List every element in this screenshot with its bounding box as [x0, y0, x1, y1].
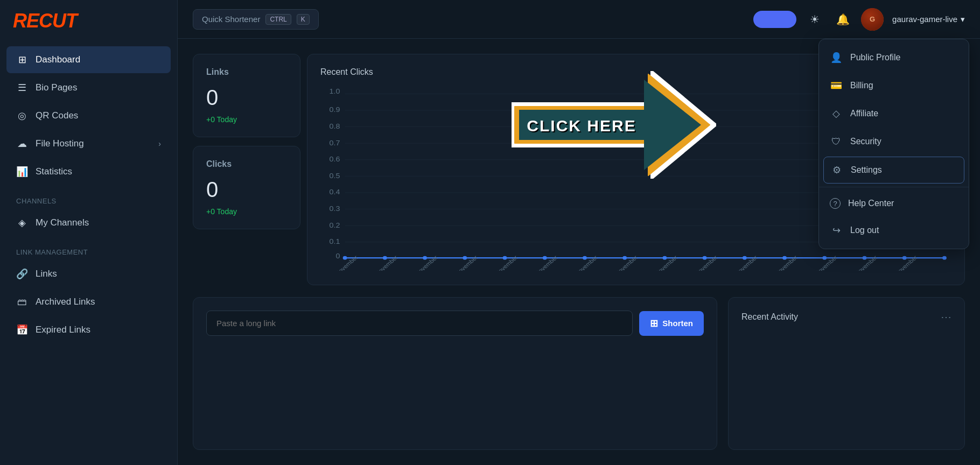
menu-item-settings[interactable]: ⚙ Settings — [823, 157, 964, 184]
svg-text:0.6: 0.6 — [330, 156, 340, 163]
svg-text:0.2: 0.2 — [330, 221, 340, 229]
upgrade-button[interactable] — [753, 11, 796, 28]
paste-link-input[interactable] — [206, 311, 633, 336]
sidebar-item-links[interactable]: 🔗 Links — [6, 260, 171, 287]
channels-icon: ◈ — [16, 217, 28, 229]
sidebar-item-bio-pages[interactable]: ☰ Bio Pages — [6, 74, 171, 101]
menu-item-label: Help Center — [848, 199, 894, 208]
links-value: 0 — [206, 86, 287, 110]
menu-item-billing[interactable]: 💳 Billing — [819, 72, 969, 100]
svg-point-23 — [383, 256, 387, 260]
svg-point-33 — [782, 256, 787, 260]
dashboard-icon: ⊞ — [16, 54, 28, 66]
activity-card: Recent Activity ⋯ — [728, 297, 965, 450]
clicks-card: Clicks 0 +0 Today — [193, 146, 300, 229]
svg-point-27 — [543, 256, 547, 260]
svg-point-28 — [583, 256, 587, 260]
sidebar-item-label: QR Codes — [36, 110, 78, 121]
clicks-today: +0 Today — [206, 207, 287, 216]
sidebar-item-qr-codes[interactable]: ◎ QR Codes — [6, 102, 171, 129]
menu-item-label: Settings — [851, 165, 882, 175]
shortener-card: ⊞ Shorten — [193, 297, 717, 450]
sidebar-item-label: My Channels — [36, 217, 89, 228]
sidebar-item-file-hosting[interactable]: ☁ File Hosting › — [6, 130, 171, 157]
user-dropdown-menu: 👤 Public Profile 💳 Billing ◇ Affiliate 🛡… — [818, 39, 969, 249]
svg-text:0: 0 — [335, 252, 340, 260]
link-management-section-label: Link Management — [6, 237, 171, 260]
logo: RECUT — [0, 0, 177, 42]
menu-item-label: Public Profile — [850, 53, 900, 62]
links-card-title: Links — [206, 67, 287, 77]
k-key: K — [297, 14, 310, 25]
notifications-icon[interactable]: 🔔 — [833, 10, 852, 29]
menu-item-label: Billing — [850, 81, 873, 90]
menu-item-security[interactable]: 🛡 Security — [819, 128, 969, 156]
activity-title: Recent Activity — [741, 312, 798, 322]
user-chevron-icon: ▾ — [961, 15, 965, 24]
security-icon: 🛡 — [830, 135, 843, 148]
svg-text:0.1: 0.1 — [330, 238, 340, 245]
sidebar-item-label: Links — [36, 269, 57, 279]
sidebar-item-label: Archived Links — [36, 297, 95, 307]
sidebar: RECUT ⊞ Dashboard ☰ Bio Pages ◎ QR Codes… — [0, 0, 178, 465]
svg-text:0.8: 0.8 — [330, 123, 340, 130]
svg-point-36 — [902, 256, 907, 260]
menu-item-label: Security — [850, 137, 881, 146]
stats-column: Links 0 +0 Today Clicks 0 +0 Today — [193, 54, 300, 229]
quick-shortener[interactable]: Quick Shortener CTRL K — [193, 9, 319, 30]
sidebar-item-archived-links[interactable]: 🗃 Archived Links — [6, 288, 171, 315]
sidebar-item-dashboard[interactable]: ⊞ Dashboard — [6, 46, 171, 73]
svg-point-22 — [343, 256, 347, 260]
menu-item-label: Log out — [850, 226, 879, 235]
expired-links-icon: 📅 — [16, 324, 28, 336]
sidebar-nav: ⊞ Dashboard ☰ Bio Pages ◎ QR Codes ☁ Fil… — [0, 42, 177, 465]
chevron-down-icon: › — [158, 139, 161, 148]
topbar: Quick Shortener CTRL K ☀ 🔔 G gaurav-game… — [178, 0, 980, 39]
sidebar-item-label: Bio Pages — [36, 82, 78, 93]
qr-codes-icon: ◎ — [16, 110, 28, 122]
sidebar-item-label: Dashboard — [36, 54, 80, 65]
svg-text:1.0: 1.0 — [330, 88, 340, 95]
svg-point-30 — [662, 256, 667, 260]
svg-point-24 — [423, 256, 427, 260]
shorten-button[interactable]: ⊞ Shorten — [639, 311, 704, 336]
logout-icon: ↪ — [830, 224, 843, 237]
bottom-section: ⊞ Shorten Recent Activity ⋯ — [193, 297, 965, 450]
user-name-label: gaurav-gamer-live — [892, 15, 957, 24]
shorten-button-label: Shorten — [662, 319, 693, 328]
menu-item-label: Affiliate — [850, 109, 878, 118]
svg-text:0.5: 0.5 — [330, 172, 340, 180]
activity-more-button[interactable]: ⋯ — [941, 311, 951, 323]
sidebar-item-expired-links[interactable]: 📅 Expired Links — [6, 316, 171, 343]
links-today: +0 Today — [206, 115, 287, 124]
svg-point-29 — [622, 256, 627, 260]
menu-divider — [819, 187, 969, 187]
avatar: G — [861, 8, 884, 31]
menu-item-public-profile[interactable]: 👤 Public Profile — [819, 44, 969, 72]
clicks-card-title: Clicks — [206, 159, 287, 169]
ctrl-key: CTRL — [265, 14, 291, 25]
user-menu-button[interactable]: gaurav-gamer-live ▾ — [892, 15, 965, 24]
svg-text:0.3: 0.3 — [330, 205, 340, 213]
svg-point-34 — [822, 256, 827, 260]
shorten-icon: ⊞ — [650, 318, 658, 329]
menu-item-affiliate[interactable]: ◇ Affiliate — [819, 100, 969, 128]
public-profile-icon: 👤 — [830, 51, 843, 64]
file-hosting-icon: ☁ — [16, 138, 28, 150]
svg-text:0.4: 0.4 — [330, 188, 340, 196]
svg-text:0.9: 0.9 — [330, 106, 340, 114]
archived-links-icon: 🗃 — [16, 296, 28, 308]
bio-pages-icon: ☰ — [16, 82, 28, 94]
svg-point-31 — [703, 256, 707, 260]
help-center-icon: ? — [830, 198, 841, 209]
links-icon: 🔗 — [16, 268, 28, 280]
affiliate-icon: ◇ — [830, 107, 843, 120]
statistics-icon: 📊 — [16, 166, 28, 178]
sidebar-item-statistics[interactable]: 📊 Statistics — [6, 158, 171, 185]
theme-toggle-icon[interactable]: ☀ — [805, 10, 824, 29]
sidebar-item-my-channels[interactable]: ◈ My Channels — [6, 209, 171, 236]
menu-item-help-center[interactable]: ? Help Center — [819, 191, 969, 216]
svg-text:0.7: 0.7 — [330, 139, 340, 146]
menu-item-logout[interactable]: ↪ Log out — [819, 216, 969, 244]
sidebar-item-label: Expired Links — [36, 325, 90, 335]
